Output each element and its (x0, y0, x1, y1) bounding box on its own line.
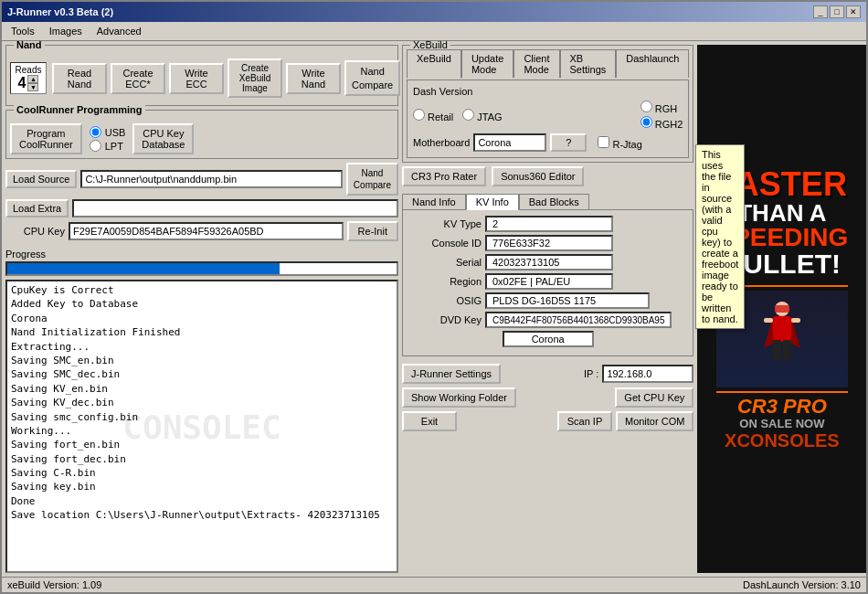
retail-label: Retail (428, 111, 453, 122)
log-line: Nand Initialization Finished (11, 325, 393, 339)
cpu-key-row: CPU Key Re-Init (5, 221, 398, 241)
tab-dashlaunch[interactable]: Dashlaunch (616, 49, 689, 78)
settings-row: J-Runner Settings IP : (402, 364, 693, 384)
motherboard-input[interactable] (473, 133, 546, 152)
question-button[interactable]: ? (550, 133, 587, 152)
tab-xebuild[interactable]: XeBuild (407, 49, 461, 79)
svg-rect-7 (764, 318, 773, 323)
cpu-key-database-button[interactable]: CPU Key Database (132, 123, 194, 154)
get-cpu-key-button[interactable]: Get CPU Key (615, 387, 693, 408)
osig-row: OSIG PLDS DG-16D5S 1175 (408, 292, 687, 309)
rgh-radio-label: RGH (640, 101, 683, 114)
bottom-area: J-Runner Settings IP : Show Working Fold… (402, 364, 693, 431)
dashlaunch-version: DashLaunch Version: 3.10 (743, 579, 861, 590)
write-ecc-button[interactable]: Write ECC (169, 63, 224, 94)
jrunner-settings-button[interactable]: J-Runner Settings (402, 364, 501, 384)
minimize-button[interactable]: _ (813, 5, 828, 18)
corona-row: Corona (408, 331, 687, 347)
reads-num-row: 4 ▲ ▼ (18, 75, 39, 91)
motherboard-row: Motherboard ? R-Jtag (413, 133, 683, 152)
write-nand-button[interactable]: Write Nand (286, 63, 341, 94)
scan-ip-button[interactable]: Scan IP (557, 411, 612, 431)
re-init-button[interactable]: Re-Init (347, 221, 398, 241)
kv-type-value: 2 (485, 216, 613, 232)
title-bar: J-Runner v0.3 Beta (2) _ □ ✕ (2, 2, 866, 22)
menu-advanced[interactable]: Advanced (91, 24, 147, 38)
ad-sale: ON SALE NOW (716, 417, 849, 432)
read-nand-button[interactable]: Read Nand (52, 63, 107, 94)
serial-value: 420323713105 (485, 254, 613, 270)
dash-version-row: Dash Version (413, 86, 683, 97)
ip-input[interactable] (602, 365, 693, 383)
tab-xb-settings[interactable]: XB Settings (560, 49, 617, 78)
dvd-key-value: C9B442F4F80756B4401368CD9930BA95 (485, 312, 672, 328)
log-line: Saving SMC_en.bin (11, 354, 393, 367)
retail-radio-label: Retail (413, 109, 453, 122)
reads-box: Reads 4 ▲ ▼ (10, 62, 47, 94)
nand-compare-button2[interactable]: Nand Compare (346, 163, 398, 196)
retail-radio[interactable] (413, 109, 425, 121)
menu-tools[interactable]: Tools (5, 24, 40, 38)
cr3-pro-rater-button[interactable]: CR3 Pro Rater (402, 166, 486, 186)
radio-group: USB LPT (90, 126, 126, 152)
close-button[interactable]: ✕ (846, 5, 861, 18)
motherboard-label: Motherboard (413, 137, 470, 148)
tab-kv-info[interactable]: KV Info (466, 194, 519, 210)
jtag-radio-label: JTAG (462, 109, 502, 122)
tab-bad-blocks[interactable]: Bad Blocks (519, 194, 589, 209)
status-bar: xeBuild Version: 1.09 DashLaunch Version… (2, 577, 866, 592)
log-line: Working... (11, 424, 393, 438)
rgh-label: RGH (655, 103, 677, 114)
log-line: CpuKey is Correct (11, 283, 393, 297)
console-id-row: Console ID 776E633F32 (408, 235, 687, 251)
log-line: Corona (11, 312, 393, 325)
nand-compare-button[interactable]: Nand Compare (344, 60, 400, 96)
progress-bar (5, 261, 398, 276)
reads-up-arrow[interactable]: ▲ (27, 75, 38, 83)
create-xebuild-button[interactable]: Create XeBuild Image (228, 58, 282, 98)
usb-label: USB (105, 127, 126, 138)
create-ecc-button[interactable]: Create ECC* (111, 63, 165, 94)
log-line: Save location C:\Users\J-Runner\output\E… (11, 508, 393, 522)
cpu-key-input[interactable] (69, 222, 344, 240)
load-source-button[interactable]: Load Source (5, 170, 77, 188)
exit-button[interactable]: Exit (402, 411, 457, 431)
load-extra-button[interactable]: Load Extra (5, 199, 69, 217)
coolrunner-title: CoolRunner Programming (14, 104, 145, 115)
tab-update-mode[interactable]: Update Mode (461, 49, 513, 78)
lpt-radio[interactable] (90, 140, 101, 152)
region-row: Region 0x02FE | PAL/EU (408, 273, 687, 290)
rgh2-radio[interactable] (640, 116, 652, 128)
window-title: J-Runner v0.3 Beta (2) (7, 6, 113, 17)
tab-client-mode[interactable]: Client Mode (513, 49, 559, 78)
menu-images[interactable]: Images (44, 24, 88, 38)
load-extra-row: Load Extra (5, 199, 398, 217)
dvd-key-row: DVD Key C9B442F4F80756B4401368CD9930BA95 (408, 312, 687, 328)
coolrunner-group: CoolRunner Programming Program CoolRunne… (5, 110, 398, 159)
rgh-radio[interactable] (640, 101, 652, 112)
ip-label: IP : (584, 368, 598, 379)
maximize-button[interactable]: □ (830, 5, 844, 18)
log-line: Saving SMC_dec.bin (11, 367, 393, 381)
reads-down-arrow[interactable]: ▼ (27, 83, 38, 91)
show-working-folder-button[interactable]: Show Working Folder (402, 387, 516, 408)
log-line: Saving key.bin (11, 480, 393, 493)
program-coolrunner-button[interactable]: Program CoolRunner (10, 123, 82, 154)
r-jtag-checkbox[interactable] (598, 136, 609, 148)
load-extra-input[interactable] (72, 199, 398, 217)
tab-nand-info[interactable]: Nand Info (402, 194, 466, 209)
reads-value: 4 (18, 75, 26, 91)
sonus360-editor-button[interactable]: Sonus360 Editor (492, 166, 584, 186)
svg-rect-5 (773, 340, 781, 360)
log-line: Saving KV_dec.bin (11, 396, 393, 409)
log-line: Extracting... (11, 340, 393, 354)
reads-label: Reads (16, 65, 42, 75)
jtag-radio[interactable] (462, 109, 474, 121)
load-source-input[interactable] (80, 170, 342, 188)
lpt-radio-row: LPT (90, 140, 126, 152)
monitor-com-button[interactable]: Monitor COM (616, 411, 693, 431)
working-folder-row: Show Working Folder Get CPU Key (402, 387, 693, 408)
log-area[interactable]: CONSOLEC CpuKey is CorrectAdded Key to D… (5, 280, 398, 573)
usb-radio[interactable] (90, 126, 101, 138)
log-line: Saving KV_en.bin (11, 382, 393, 396)
